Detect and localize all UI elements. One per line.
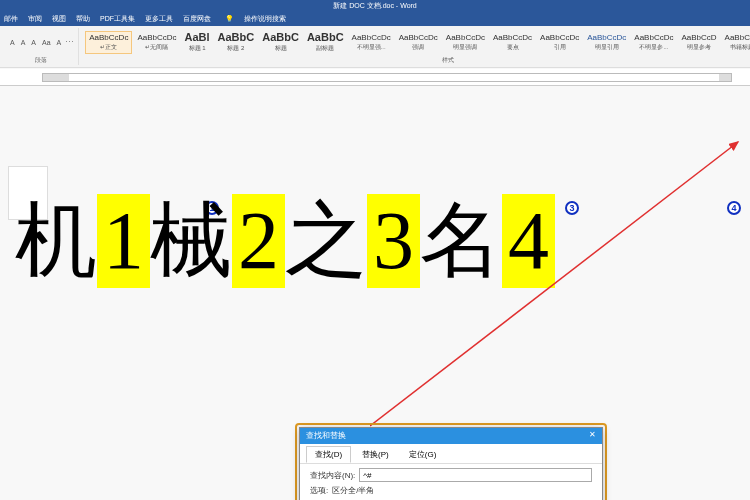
highlighted-digit[interactable]: 1 (97, 194, 150, 288)
close-icon[interactable]: ✕ (589, 430, 596, 442)
menu-baidu[interactable]: 百度网盘 (183, 14, 211, 24)
document-content[interactable]: 机1械2之3名4 (15, 186, 750, 296)
style-item[interactable]: AaBbCcDc明显引用 (584, 32, 629, 53)
dialog-tabs: 查找(D) 替换(P) 定位(G) (300, 444, 602, 464)
style-item[interactable]: AaBbCcDc要点 (490, 32, 535, 53)
tab-find[interactable]: 查找(D) (306, 446, 351, 463)
ribbon: A A A Aa A ⋯ 段落 AaBbCcDc↵正文AaBbCcDc↵无间隔A… (0, 26, 750, 68)
font-group: A A A Aa A ⋯ 段落 (4, 28, 79, 65)
menu-help[interactable]: 帮助 (76, 14, 90, 24)
tab-replace[interactable]: 替换(P) (353, 446, 398, 463)
dialog-body: 查找内容(N): 选项: 区分全/半角 Word 突出显示了 4 项。若要清除突… (300, 464, 602, 500)
menu-mail[interactable]: 邮件 (4, 14, 18, 24)
menu-view[interactable]: 视图 (52, 14, 66, 24)
style-item[interactable]: AaBbCcD书籍标题 (722, 32, 750, 53)
paragraph-label: 段落 (35, 56, 47, 65)
options-value: 区分全/半角 (332, 485, 374, 496)
chinese-char[interactable]: 机 (15, 186, 97, 296)
styles-group: AaBbCcDc↵正文AaBbCcDc↵无间隔AaBl标题 1AaBbC标题 2… (81, 28, 750, 65)
style-item[interactable]: AaBbCcDc↵无间隔 (134, 32, 179, 53)
chinese-char[interactable]: 械 (150, 186, 232, 296)
menu-review[interactable]: 审阅 (28, 14, 42, 24)
paragraph-dialog-icon[interactable]: ⋯ (65, 37, 74, 47)
styles-label: 样式 (442, 56, 454, 65)
tab-goto[interactable]: 定位(G) (400, 446, 446, 463)
highlighted-digit[interactable]: 2 (232, 194, 285, 288)
style-item[interactable]: AaBbC副标题 (304, 30, 347, 54)
title-bar: 新建 DOC 文档.doc - Word (0, 0, 750, 12)
style-item[interactable]: AaBbCcDc不明显参... (631, 32, 676, 53)
tell-me[interactable]: 操作说明搜索 (244, 14, 286, 24)
style-item[interactable]: AaBbCcDc引用 (537, 32, 582, 53)
change-case-btn[interactable]: Aa (40, 38, 53, 47)
font-color-btn[interactable]: A (8, 38, 17, 47)
style-item[interactable]: AaBbCcDc不明显强... (349, 32, 394, 53)
style-item[interactable]: AaBbCcDc明显强调 (443, 32, 488, 53)
document-area[interactable]: 1 2 3 4 机1械2之3名4 查找和替换 ✕ 查找(D) 替换(P) 定位(… (0, 86, 750, 500)
style-item[interactable]: AaBbCcDc↵正文 (85, 31, 132, 54)
highlighted-digit[interactable]: 3 (367, 194, 420, 288)
lightbulb-icon: 💡 (225, 15, 234, 23)
menu-more[interactable]: 更多工具 (145, 14, 173, 24)
dialog-title: 查找和替换 (306, 430, 346, 442)
style-item[interactable]: AaBbC标题 (259, 30, 302, 54)
style-item[interactable]: AaBbC标题 2 (215, 30, 258, 54)
style-item[interactable]: AaBbCcDc强调 (396, 32, 441, 53)
menu-bar: 邮件 审阅 视图 帮助 PDF工具集 更多工具 百度网盘 💡 操作说明搜索 (0, 12, 750, 26)
dialog-titlebar[interactable]: 查找和替换 ✕ (300, 428, 602, 444)
styles-gallery[interactable]: AaBbCcDc↵正文AaBbCcDc↵无间隔AaBl标题 1AaBbC标题 2… (85, 28, 750, 56)
find-replace-dialog: 查找和替换 ✕ 查找(D) 替换(P) 定位(G) 查找内容(N): 选项: 区… (299, 427, 603, 500)
chinese-char[interactable]: 名 (420, 186, 502, 296)
find-input[interactable] (359, 468, 592, 482)
menu-pdf[interactable]: PDF工具集 (100, 14, 135, 24)
ruler[interactable] (0, 69, 750, 86)
highlighted-digit[interactable]: 4 (502, 194, 555, 288)
chinese-char[interactable]: 之 (285, 186, 367, 296)
font-shrink-btn[interactable]: A (29, 38, 38, 47)
dialog-highlight-box: 查找和替换 ✕ 查找(D) 替换(P) 定位(G) 查找内容(N): 选项: 区… (295, 423, 607, 500)
style-item[interactable]: AaBl标题 1 (182, 30, 213, 54)
style-item[interactable]: AaBbCcD明显参考 (678, 32, 719, 53)
options-label: 选项: (310, 485, 328, 496)
clear-format-btn[interactable]: A (55, 38, 64, 47)
font-grow-btn[interactable]: A (19, 38, 28, 47)
find-label: 查找内容(N): (310, 470, 355, 481)
